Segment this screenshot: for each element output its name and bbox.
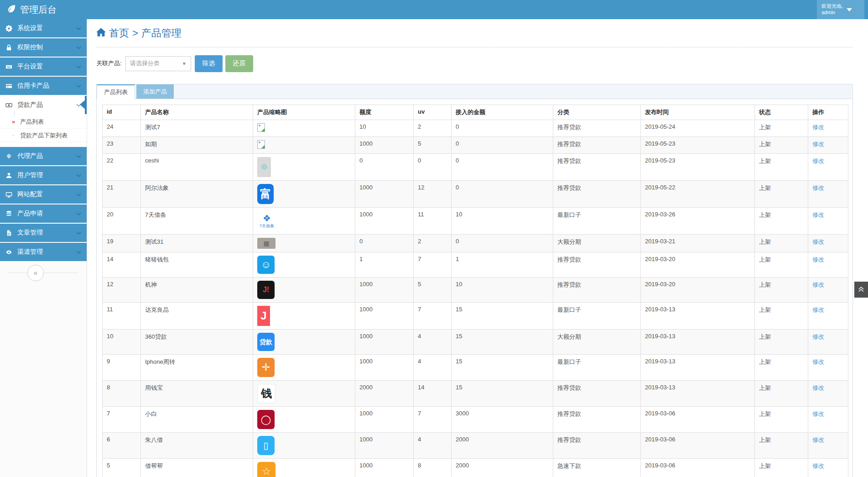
breadcrumb-home[interactable]: 首页 bbox=[109, 26, 129, 40]
cell-category: 推荐贷款 bbox=[553, 181, 641, 208]
cell-quota: 0 bbox=[355, 154, 414, 181]
sidebar-item-label: 文章管理 bbox=[17, 229, 76, 237]
database-icon bbox=[5, 210, 17, 217]
cell-amount: 10 bbox=[452, 208, 553, 235]
cell-uv: 0 bbox=[414, 154, 452, 181]
col-quota: 额度 bbox=[355, 105, 414, 120]
user-menu[interactable]: 欢迎光临, admin bbox=[817, 0, 864, 19]
col-uv: uv bbox=[414, 105, 452, 120]
top-header: 管理后台 欢迎光临, admin bbox=[0, 0, 868, 19]
sidebar-item-channel-management[interactable]: 渠道管理 bbox=[0, 243, 87, 261]
cell-product-name: 如期 bbox=[141, 137, 253, 154]
edit-link[interactable]: 修改 bbox=[812, 358, 824, 365]
leaf-icon bbox=[6, 4, 16, 16]
cell-quota: 1000 bbox=[355, 137, 414, 154]
tab-bar: 产品列表 添加产品 bbox=[97, 84, 852, 99]
product-thumbnail-image: ◯ bbox=[257, 410, 275, 429]
cell-amount: 0 bbox=[452, 120, 553, 137]
table-row: 23 如期 1000 5 0 推荐贷款 2019-05-23 上架 修改 bbox=[103, 137, 848, 154]
gear-icon bbox=[5, 25, 17, 32]
filter-label: 关联产品: bbox=[96, 59, 122, 68]
breadcrumb-separator: > bbox=[132, 27, 138, 39]
tab-add-product[interactable]: 添加产品 bbox=[136, 84, 174, 99]
table-row: 12 机神 J! 1000 5 10 推荐贷款 2019-03-20 上架 修改 bbox=[103, 278, 848, 303]
sidebar-collapse-button[interactable]: « bbox=[27, 265, 44, 281]
select-caret-icon: ▼ bbox=[182, 61, 187, 66]
edit-link[interactable]: 修改 bbox=[812, 157, 824, 164]
cell-category: 大额分期 bbox=[553, 235, 641, 252]
sidebar: 系统设置 权限控制 平台设置 信用卡产品 贷款产品 bbox=[0, 19, 87, 477]
cell-category: 推荐贷款 bbox=[553, 137, 641, 154]
edit-link[interactable]: 修改 bbox=[812, 436, 824, 443]
sidebar-item-label: 信用卡产品 bbox=[17, 82, 76, 90]
cell-thumbnail: ☺ bbox=[253, 252, 355, 278]
cell-status: 上架 bbox=[755, 137, 808, 154]
tab-product-list[interactable]: 产品列表 bbox=[97, 84, 135, 99]
cell-amount: 1 bbox=[452, 252, 553, 278]
col-name: 产品名称 bbox=[141, 105, 253, 120]
sidebar-item-permissions[interactable]: 权限控制 bbox=[0, 38, 87, 57]
edit-link[interactable]: 修改 bbox=[812, 410, 824, 417]
cell-thumbnail bbox=[253, 137, 355, 154]
sidebar-item-user-management[interactable]: 用户管理 bbox=[0, 166, 87, 184]
edit-link[interactable]: 修改 bbox=[812, 333, 824, 340]
edit-link[interactable]: 修改 bbox=[812, 306, 824, 313]
product-thumbnail-image: ▦ bbox=[257, 238, 275, 249]
cell-publish-date: 2019-03-06 bbox=[641, 459, 755, 477]
sidebar-item-loan-products[interactable]: 贷款产品 bbox=[0, 96, 87, 114]
col-category: 分类 bbox=[553, 105, 641, 120]
product-thumbnail-image: 贷款 bbox=[257, 333, 275, 351]
sidebar-item-platform-settings[interactable]: 平台设置 bbox=[0, 58, 87, 76]
edit-link[interactable]: 修改 bbox=[812, 141, 824, 147]
category-select[interactable]: 请选择分类 ▼ bbox=[125, 56, 191, 71]
product-thumbnail-image: ☆ bbox=[257, 462, 275, 477]
submenu-item-loan-offline-list[interactable]: ┈ 贷款产品下架列表 bbox=[0, 129, 87, 142]
cell-uv: 12 bbox=[414, 181, 452, 208]
table-row: 22 ceshi ☸ 0 0 0 推荐贷款 2019-05-23 上架 修改 bbox=[103, 154, 848, 181]
chevron-down-icon bbox=[76, 46, 81, 49]
edit-link[interactable]: 修改 bbox=[812, 462, 824, 469]
cell-category: 大额分期 bbox=[553, 330, 641, 355]
edit-link[interactable]: 修改 bbox=[812, 184, 824, 191]
admin-panel: 管理后台 欢迎光临, admin 系统设置 权限控制 平台设置 bbox=[0, 0, 868, 477]
sidebar-item-agent-products[interactable]: 代理产品 bbox=[0, 147, 87, 165]
edit-link[interactable]: 修改 bbox=[812, 281, 824, 288]
filter-button[interactable]: 筛选 bbox=[195, 55, 223, 72]
submenu-item-label: 贷款产品下架列表 bbox=[20, 131, 68, 140]
sidebar-item-product-apply[interactable]: 产品申请 bbox=[0, 204, 87, 223]
col-action: 操作 bbox=[808, 105, 848, 120]
cell-thumbnail: ✛ bbox=[253, 355, 355, 381]
edit-link[interactable]: 修改 bbox=[812, 124, 824, 131]
sidebar-item-system-settings[interactable]: 系统设置 bbox=[0, 19, 87, 37]
collapse-icon: « bbox=[34, 269, 38, 277]
sidebar-item-credit-card-products[interactable]: 信用卡产品 bbox=[0, 77, 87, 95]
table-row: 11 达克良品 J 1000 7 15 最新口子 2019-03-13 上架 修… bbox=[103, 303, 848, 330]
cell-status: 上架 bbox=[755, 252, 808, 278]
table-row: 5 借帮帮 ☆ 1000 8 2000 急速下款 2019-03-06 上架 修… bbox=[103, 459, 848, 477]
cell-product-name: 小白 bbox=[141, 407, 253, 433]
reset-button[interactable]: 还原 bbox=[225, 55, 253, 72]
sidebar-item-site-config[interactable]: 网站配置 bbox=[0, 185, 87, 204]
cell-uv: 5 bbox=[414, 137, 452, 154]
cell-action: 修改 bbox=[808, 459, 848, 477]
double-chevron-up-icon bbox=[858, 286, 864, 294]
chevron-down-icon bbox=[76, 65, 81, 68]
edit-link[interactable]: 修改 bbox=[812, 256, 824, 263]
active-group-arrow bbox=[80, 99, 87, 110]
cell-product-name: Iphone周转 bbox=[141, 355, 253, 381]
submenu-item-product-list[interactable]: » 产品列表 bbox=[0, 115, 87, 129]
cell-status: 上架 bbox=[755, 208, 808, 235]
main-content: 首页 > 产品管理 关联产品: 请选择分类 ▼ 筛选 还原 产品列表 添加产品 bbox=[87, 19, 868, 477]
cell-product-name: 7天借条 bbox=[141, 208, 253, 235]
cell-amount: 15 bbox=[452, 381, 553, 407]
col-amount: 接入的金额 bbox=[452, 105, 553, 120]
edit-link[interactable]: 修改 bbox=[812, 211, 824, 218]
back-to-top-button[interactable] bbox=[854, 282, 868, 298]
edit-link[interactable]: 修改 bbox=[812, 384, 824, 391]
cell-quota: 1 bbox=[355, 252, 414, 278]
edit-link[interactable]: 修改 bbox=[812, 238, 824, 245]
cell-id: 21 bbox=[103, 181, 141, 208]
eye-icon bbox=[5, 249, 17, 256]
product-thumbnail-image: ☸ bbox=[257, 157, 271, 177]
sidebar-item-article-management[interactable]: 文章管理 bbox=[0, 224, 87, 242]
